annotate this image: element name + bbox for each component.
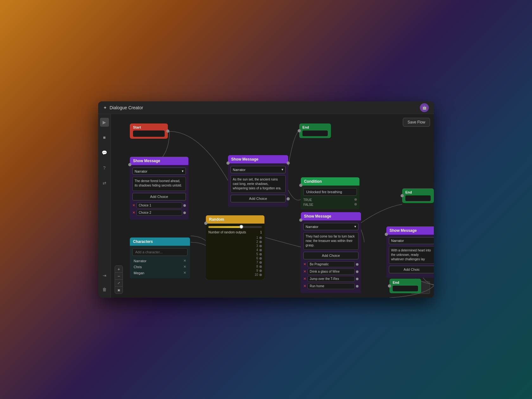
show-msg-4-text[interactable]: With a determined heart into the unknown… [389, 246, 434, 264]
show-msg-1-narrator[interactable]: Narrator ▾ [132, 168, 186, 175]
zoom-fit-button[interactable]: ⤢ [115, 280, 123, 287]
choice-item-2: ✕ Choice 2 [132, 210, 186, 216]
show-msg-1-header: Show Message [130, 157, 188, 165]
narrator2-label: Narrator [233, 168, 245, 172]
rand-output-1: 1 [208, 236, 262, 239]
remove-run[interactable]: ✕ [303, 284, 306, 288]
rand-out-port-3 [259, 245, 262, 247]
show-msg-2-narrator[interactable]: Narrator ▾ [231, 166, 286, 173]
random-outputs-list: 1 2 3 4 [208, 236, 262, 276]
condition-true-label: TRUE [303, 198, 312, 202]
show-msg-1-port-in [128, 163, 131, 166]
avatar-button[interactable]: 🤖 [420, 103, 429, 112]
rand-out-port-9 [259, 269, 262, 272]
choice-wine-text[interactable]: Drink a glass of Wine [307, 269, 355, 275]
rand-output-6: 6 [208, 256, 262, 260]
show-msg-4-port-in [385, 233, 388, 236]
show-msg-1-text[interactable]: The dense forest loomed ahead, its shado… [132, 177, 186, 191]
start-port-out [166, 130, 169, 133]
start-node-header: Start [133, 125, 165, 129]
choice-trex-text[interactable]: Jump over the T-Rex [307, 276, 355, 282]
add-character-input[interactable] [132, 248, 187, 256]
zoom-reset-button[interactable]: ▣ [115, 287, 123, 294]
wine-port [356, 270, 358, 273]
add-choice-4-button[interactable]: Add Choic [389, 266, 434, 273]
choice-run-text[interactable]: Run home [307, 283, 355, 289]
save-flow-button[interactable]: Save Flow [403, 118, 430, 127]
add-choice-2-button[interactable]: Add Choice [231, 195, 286, 202]
rand-output-2: 2 [208, 240, 262, 244]
random-slider-fill [208, 226, 240, 228]
choice-wine: ✕ Drink a glass of Wine [303, 269, 358, 275]
add-choice-1-button[interactable]: Add Choice [132, 193, 186, 200]
show-msg-4-header: Show Message [386, 226, 434, 235]
sidebar-item-random[interactable]: ⇄ [100, 179, 109, 187]
show-msg-3-text[interactable]: They had come too far to turn back now; … [303, 232, 358, 250]
rand-out-port-6 [259, 257, 262, 260]
add-choice-3-button[interactable]: Add Choice [303, 252, 358, 259]
outputs-value: 1 [260, 231, 262, 234]
char-megan: Megan ✕ [132, 270, 187, 276]
show-msg-4-narrator[interactable]: Narrator [389, 237, 434, 244]
rand-output-4: 4 [208, 248, 262, 252]
rand-output-10: 10 [208, 273, 262, 276]
condition-false-label: FALSE [303, 203, 313, 206]
zoom-controls: + − ⤢ ▣ [115, 265, 123, 294]
choice-pragmatic-text[interactable]: Be Pragmatic [307, 261, 355, 267]
show-msg-2-text[interactable]: As the sun set, the ancient ruins cast l… [231, 175, 286, 193]
node-start: Start [130, 124, 168, 139]
show-msg-3-port-in [299, 218, 302, 222]
narrator3-label: Narrator [306, 225, 318, 229]
remove-trex[interactable]: ✕ [303, 277, 306, 281]
condition-ff: FALSE [303, 203, 357, 206]
titlebar: ✦ Dialogue Creator 🤖 [98, 101, 434, 114]
rand-output-3: 3 [208, 244, 262, 248]
node-random: Random Number of random outputs 1 [206, 215, 264, 280]
show-msg-2-port-in [226, 162, 230, 165]
sidebar-item-stop[interactable]: ■ [100, 133, 109, 142]
node-show-message-3: Show Message Narrator ▾ They had come to… [301, 212, 361, 293]
app-title: Dialogue Creator [110, 105, 143, 110]
sidebar-item-delete[interactable]: 🗑 [100, 285, 109, 294]
rand-output-9: 9 [208, 269, 262, 272]
rand-out-port-8 [259, 265, 262, 268]
random-slider-row [208, 226, 262, 228]
node-show-message-2: Show Message Narrator ▾ As the sun set, … [228, 155, 288, 207]
zoom-out-button[interactable]: − [115, 273, 123, 280]
node-end-2: End [402, 188, 434, 203]
remove-wine[interactable]: ✕ [303, 269, 306, 274]
node-end-3: End [390, 279, 421, 293]
remove-narrator[interactable]: ✕ [183, 259, 186, 263]
sidebar-item-export[interactable]: ⇥ [100, 271, 109, 280]
run-port [356, 285, 358, 288]
show-msg-2-port-out-top [287, 162, 290, 165]
condition-header: Condition [301, 177, 359, 186]
narrator1-label: Narrator [135, 169, 147, 173]
sidebar-item-help[interactable]: ? [100, 163, 109, 172]
choice-1-port [183, 204, 186, 207]
remove-megan[interactable]: ✕ [183, 271, 186, 275]
app-window: ✦ Dialogue Creator 🤖 ▶ ■ 💬 ? ⇄ ⇥ 🗑 Save … [98, 101, 434, 298]
random-slider-thumb[interactable] [239, 225, 243, 229]
condition-field[interactable]: Unlocked fire breathing [303, 188, 357, 196]
show-msg-3-content: Narrator ▾ They had come too far to turn… [301, 220, 361, 293]
remove-choice-2[interactable]: ✕ [132, 211, 135, 215]
sidebar-item-play[interactable]: ▶ [100, 118, 109, 127]
remove-pragmatic[interactable]: ✕ [303, 262, 306, 266]
zoom-in-button[interactable]: + [115, 266, 123, 273]
sidebar-item-dialogue[interactable]: 💬 [100, 148, 109, 157]
remove-choice-1[interactable]: ✕ [132, 203, 135, 207]
show-msg-2-content: Narrator ▾ As the sun set, the ancient r… [228, 163, 288, 207]
choice-1-text[interactable]: Choice 1 [136, 202, 182, 208]
show-msg-3-narrator[interactable]: Narrator ▾ [303, 223, 358, 230]
choice-2-text[interactable]: Choice 2 [136, 210, 182, 216]
choice-2-port [183, 212, 186, 214]
random-slider-track[interactable] [208, 226, 262, 228]
sidebar: ▶ ■ 💬 ? ⇄ ⇥ 🗑 [98, 114, 111, 298]
choice-pragmatic: ✕ Be Pragmatic [303, 261, 358, 267]
remove-chris[interactable]: ✕ [183, 265, 186, 269]
characters-header: Characters [130, 238, 190, 246]
choice-trex: ✕ Jump over the T-Rex [303, 276, 358, 282]
rand-out-port-10 [259, 274, 262, 276]
choice-run: ✕ Run home [303, 283, 358, 289]
